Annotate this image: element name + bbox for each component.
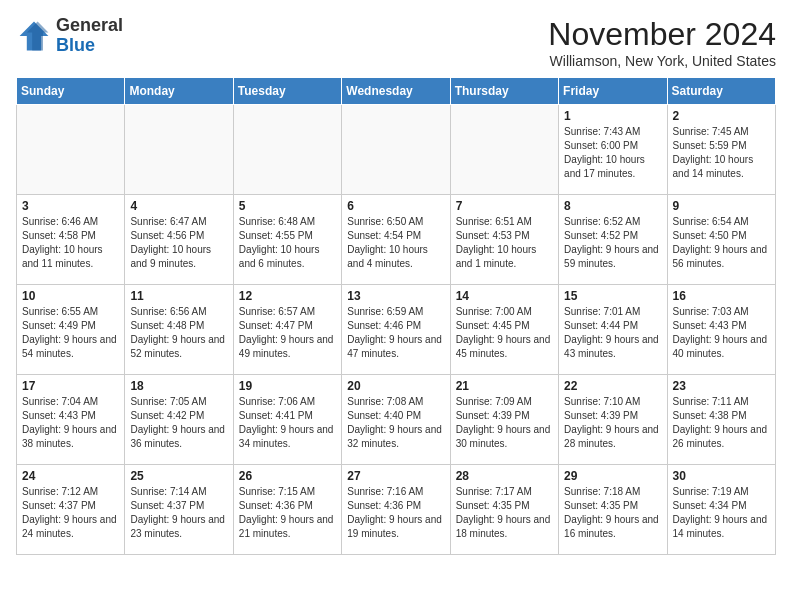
table-row: 23Sunrise: 7:11 AM Sunset: 4:38 PM Dayli… [667,375,775,465]
table-row [125,105,233,195]
day-info: Sunrise: 7:12 AM Sunset: 4:37 PM Dayligh… [22,485,119,541]
table-row: 11Sunrise: 6:56 AM Sunset: 4:48 PM Dayli… [125,285,233,375]
table-row: 4Sunrise: 6:47 AM Sunset: 4:56 PM Daylig… [125,195,233,285]
header-saturday: Saturday [667,78,775,105]
day-info: Sunrise: 7:19 AM Sunset: 4:34 PM Dayligh… [673,485,770,541]
day-info: Sunrise: 7:04 AM Sunset: 4:43 PM Dayligh… [22,395,119,451]
table-row: 8Sunrise: 6:52 AM Sunset: 4:52 PM Daylig… [559,195,667,285]
table-row: 1Sunrise: 7:43 AM Sunset: 6:00 PM Daylig… [559,105,667,195]
day-number: 10 [22,289,119,303]
month-title: November 2024 [548,16,776,53]
table-row [233,105,341,195]
table-row: 21Sunrise: 7:09 AM Sunset: 4:39 PM Dayli… [450,375,558,465]
day-number: 17 [22,379,119,393]
day-info: Sunrise: 7:00 AM Sunset: 4:45 PM Dayligh… [456,305,553,361]
header-tuesday: Tuesday [233,78,341,105]
calendar-week-row: 10Sunrise: 6:55 AM Sunset: 4:49 PM Dayli… [17,285,776,375]
day-number: 27 [347,469,444,483]
table-row: 22Sunrise: 7:10 AM Sunset: 4:39 PM Dayli… [559,375,667,465]
table-row: 9Sunrise: 6:54 AM Sunset: 4:50 PM Daylig… [667,195,775,285]
day-number: 16 [673,289,770,303]
logo: General Blue [16,16,123,56]
table-row: 25Sunrise: 7:14 AM Sunset: 4:37 PM Dayli… [125,465,233,555]
day-info: Sunrise: 6:47 AM Sunset: 4:56 PM Dayligh… [130,215,227,271]
day-info: Sunrise: 7:14 AM Sunset: 4:37 PM Dayligh… [130,485,227,541]
table-row: 17Sunrise: 7:04 AM Sunset: 4:43 PM Dayli… [17,375,125,465]
table-row: 30Sunrise: 7:19 AM Sunset: 4:34 PM Dayli… [667,465,775,555]
day-info: Sunrise: 6:59 AM Sunset: 4:46 PM Dayligh… [347,305,444,361]
table-row: 16Sunrise: 7:03 AM Sunset: 4:43 PM Dayli… [667,285,775,375]
day-number: 1 [564,109,661,123]
day-info: Sunrise: 7:10 AM Sunset: 4:39 PM Dayligh… [564,395,661,451]
logo-blue-text: Blue [56,35,95,55]
table-row: 19Sunrise: 7:06 AM Sunset: 4:41 PM Dayli… [233,375,341,465]
day-info: Sunrise: 6:57 AM Sunset: 4:47 PM Dayligh… [239,305,336,361]
header-monday: Monday [125,78,233,105]
day-number: 5 [239,199,336,213]
calendar-week-row: 3Sunrise: 6:46 AM Sunset: 4:58 PM Daylig… [17,195,776,285]
calendar-header-row: Sunday Monday Tuesday Wednesday Thursday… [17,78,776,105]
day-number: 26 [239,469,336,483]
day-info: Sunrise: 7:06 AM Sunset: 4:41 PM Dayligh… [239,395,336,451]
calendar-week-row: 1Sunrise: 7:43 AM Sunset: 6:00 PM Daylig… [17,105,776,195]
day-info: Sunrise: 6:54 AM Sunset: 4:50 PM Dayligh… [673,215,770,271]
table-row [17,105,125,195]
table-row: 3Sunrise: 6:46 AM Sunset: 4:58 PM Daylig… [17,195,125,285]
table-row: 14Sunrise: 7:00 AM Sunset: 4:45 PM Dayli… [450,285,558,375]
day-number: 22 [564,379,661,393]
table-row: 2Sunrise: 7:45 AM Sunset: 5:59 PM Daylig… [667,105,775,195]
day-number: 11 [130,289,227,303]
day-info: Sunrise: 6:48 AM Sunset: 4:55 PM Dayligh… [239,215,336,271]
day-number: 15 [564,289,661,303]
day-info: Sunrise: 7:45 AM Sunset: 5:59 PM Dayligh… [673,125,770,181]
day-number: 2 [673,109,770,123]
header-wednesday: Wednesday [342,78,450,105]
day-number: 6 [347,199,444,213]
day-info: Sunrise: 7:03 AM Sunset: 4:43 PM Dayligh… [673,305,770,361]
calendar-week-row: 24Sunrise: 7:12 AM Sunset: 4:37 PM Dayli… [17,465,776,555]
day-number: 7 [456,199,553,213]
day-info: Sunrise: 7:05 AM Sunset: 4:42 PM Dayligh… [130,395,227,451]
day-info: Sunrise: 7:16 AM Sunset: 4:36 PM Dayligh… [347,485,444,541]
day-info: Sunrise: 6:52 AM Sunset: 4:52 PM Dayligh… [564,215,661,271]
table-row: 29Sunrise: 7:18 AM Sunset: 4:35 PM Dayli… [559,465,667,555]
day-number: 29 [564,469,661,483]
day-number: 25 [130,469,227,483]
day-number: 13 [347,289,444,303]
day-number: 18 [130,379,227,393]
logo-text: General Blue [56,16,123,56]
table-row: 7Sunrise: 6:51 AM Sunset: 4:53 PM Daylig… [450,195,558,285]
day-number: 28 [456,469,553,483]
day-number: 21 [456,379,553,393]
table-row: 5Sunrise: 6:48 AM Sunset: 4:55 PM Daylig… [233,195,341,285]
day-info: Sunrise: 7:08 AM Sunset: 4:40 PM Dayligh… [347,395,444,451]
table-row [450,105,558,195]
day-info: Sunrise: 6:46 AM Sunset: 4:58 PM Dayligh… [22,215,119,271]
day-number: 8 [564,199,661,213]
day-number: 12 [239,289,336,303]
day-info: Sunrise: 7:43 AM Sunset: 6:00 PM Dayligh… [564,125,661,181]
day-info: Sunrise: 7:15 AM Sunset: 4:36 PM Dayligh… [239,485,336,541]
location: Williamson, New York, United States [548,53,776,69]
header-friday: Friday [559,78,667,105]
table-row: 12Sunrise: 6:57 AM Sunset: 4:47 PM Dayli… [233,285,341,375]
table-row: 20Sunrise: 7:08 AM Sunset: 4:40 PM Dayli… [342,375,450,465]
table-row: 28Sunrise: 7:17 AM Sunset: 4:35 PM Dayli… [450,465,558,555]
calendar-table: Sunday Monday Tuesday Wednesday Thursday… [16,77,776,555]
day-info: Sunrise: 6:51 AM Sunset: 4:53 PM Dayligh… [456,215,553,271]
day-number: 9 [673,199,770,213]
table-row: 15Sunrise: 7:01 AM Sunset: 4:44 PM Dayli… [559,285,667,375]
header-sunday: Sunday [17,78,125,105]
day-info: Sunrise: 6:50 AM Sunset: 4:54 PM Dayligh… [347,215,444,271]
day-info: Sunrise: 7:09 AM Sunset: 4:39 PM Dayligh… [456,395,553,451]
header: General Blue November 2024 Williamson, N… [16,16,776,69]
logo-icon [16,18,52,54]
day-number: 30 [673,469,770,483]
table-row: 24Sunrise: 7:12 AM Sunset: 4:37 PM Dayli… [17,465,125,555]
day-number: 19 [239,379,336,393]
day-number: 14 [456,289,553,303]
day-info: Sunrise: 7:17 AM Sunset: 4:35 PM Dayligh… [456,485,553,541]
table-row [342,105,450,195]
header-thursday: Thursday [450,78,558,105]
day-number: 20 [347,379,444,393]
